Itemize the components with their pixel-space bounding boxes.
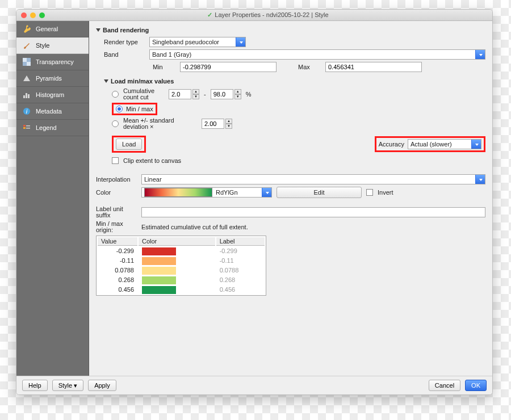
dialog-footer: Help Style ▾ Apply Cancel OK	[16, 376, 492, 394]
sidebar-item-label: General	[36, 26, 58, 32]
sidebar-item-label: Histogram	[36, 91, 64, 98]
sidebar: General Style Transparency Pyramids Hist…	[16, 21, 89, 376]
cell-color	[139, 266, 215, 275]
cum-high-input[interactable]	[211, 89, 233, 99]
cell-color	[139, 285, 215, 294]
color-ramp-name: RdYlGn	[216, 189, 238, 196]
info-icon: i	[22, 107, 31, 116]
gradient-icon	[144, 188, 212, 197]
stddev-label: Mean +/- standard deviation ×	[123, 117, 197, 130]
pyramid-icon	[22, 74, 31, 83]
radio-minmax[interactable]	[116, 106, 123, 112]
brush-icon	[22, 41, 31, 50]
cell-value: 0.456	[98, 285, 137, 294]
cell-value: -0.11	[98, 257, 137, 265]
col-value[interactable]: Value	[98, 237, 137, 246]
edit-button[interactable]: Edit	[277, 187, 362, 198]
disclosure-icon	[96, 28, 100, 32]
render-type-label: Render type	[104, 39, 145, 45]
col-color[interactable]: Color	[139, 237, 215, 246]
window-title: ✓Layer Properties - ndvi2005-10-22 | Sty…	[48, 11, 488, 19]
sidebar-item-metadata[interactable]: i Metadata	[16, 103, 89, 120]
table-row[interactable]: 0.2680.268	[98, 276, 265, 284]
table-row[interactable]: 0.4560.456	[98, 285, 265, 294]
svg-rect-8	[23, 125, 26, 127]
sidebar-item-legend[interactable]: Legend	[16, 120, 89, 136]
min-label: Min	[153, 64, 175, 70]
sidebar-item-pyramids[interactable]: Pyramids	[16, 70, 89, 87]
cell-label: -0.299	[216, 247, 265, 255]
cancel-button[interactable]: Cancel	[429, 380, 460, 391]
table-row[interactable]: -0.11-0.11	[98, 257, 265, 265]
max-label: Max	[298, 64, 321, 70]
interpolation-select[interactable]: Linear	[141, 174, 485, 184]
svg-rect-3	[23, 95, 25, 98]
sidebar-item-general[interactable]: General	[16, 21, 89, 37]
window-minimize-icon[interactable]	[30, 12, 36, 18]
apply-button[interactable]: Apply	[88, 380, 116, 391]
sidebar-item-histogram[interactable]: Histogram	[16, 87, 89, 103]
clip-extent-checkbox[interactable]	[112, 157, 119, 164]
sidebar-item-label: Legend	[36, 124, 57, 131]
interpolation-label: Interpolation	[96, 176, 137, 183]
svg-rect-5	[28, 94, 30, 98]
svg-rect-10	[26, 125, 30, 127]
table-row[interactable]: 0.07880.0788	[98, 266, 265, 275]
section-load-minmax[interactable]: Load min/max values	[104, 78, 485, 85]
max-input[interactable]	[325, 62, 422, 72]
label-unit-suffix-input[interactable]	[141, 207, 485, 217]
col-label[interactable]: Label	[216, 237, 265, 246]
spinner-buttons[interactable]: ▲▼	[225, 119, 232, 129]
load-button[interactable]: Load	[116, 138, 142, 150]
cell-label: 0.0788	[216, 266, 265, 275]
window-zoom-icon[interactable]	[39, 12, 45, 18]
cell-label: -0.11	[216, 257, 265, 265]
sidebar-item-transparency[interactable]: Transparency	[16, 54, 89, 70]
sidebar-item-label: Transparency	[36, 58, 74, 65]
cum-low-input[interactable]	[169, 89, 191, 99]
svg-rect-2	[27, 62, 31, 66]
radio-stddev[interactable]	[112, 120, 119, 127]
clip-extent-label: Clip extent to canvas	[123, 157, 181, 164]
ok-button[interactable]: OK	[465, 380, 487, 391]
checker-icon	[22, 57, 31, 66]
svg-rect-1	[23, 58, 27, 62]
section-band-rendering[interactable]: Band rendering	[96, 27, 485, 33]
percent-label: %	[246, 91, 252, 98]
cell-color	[139, 276, 215, 284]
titlebar: ✓Layer Properties - ndvi2005-10-22 | Sty…	[16, 10, 492, 21]
style-menu-button[interactable]: Style ▾	[52, 380, 84, 391]
table-row[interactable]: -0.299-0.299	[98, 247, 265, 255]
color-classes-table[interactable]: Value Color Label -0.299-0.299-0.11-0.11…	[96, 236, 266, 296]
section-title: Band rendering	[103, 27, 149, 33]
band-label: Band	[104, 51, 145, 58]
window-close-icon[interactable]	[21, 12, 27, 18]
min-input[interactable]	[180, 62, 277, 72]
color-ramp-select[interactable]: RdYlGn	[141, 187, 272, 198]
stddev-input[interactable]	[202, 119, 224, 129]
sidebar-item-label: Style	[36, 42, 49, 49]
section-title: Load min/max values	[111, 78, 174, 85]
spinner-buttons[interactable]: ▲▼	[192, 89, 199, 99]
cell-color	[139, 247, 215, 255]
highlight-minmax: Min / max	[112, 103, 157, 115]
band-select[interactable]: Band 1 (Gray)	[149, 49, 485, 60]
wrench-icon	[22, 24, 31, 33]
minmax-label: Min / max	[126, 106, 153, 112]
invert-label: Invert	[378, 189, 393, 196]
cell-value: 0.268	[98, 276, 137, 284]
render-type-select[interactable]: Singleband pseudocolor	[149, 37, 246, 47]
sidebar-item-label: Metadata	[36, 108, 62, 115]
sidebar-item-style[interactable]: Style	[16, 37, 89, 54]
label-unit-suffix-label: Label unit suffix	[96, 206, 137, 219]
help-button[interactable]: Help	[22, 380, 48, 391]
invert-checkbox[interactable]	[366, 189, 373, 196]
radio-cumulative[interactable]	[112, 91, 119, 98]
sidebar-item-label: Pyramids	[36, 75, 62, 82]
cell-value: 0.0788	[98, 266, 137, 275]
accuracy-select[interactable]: Actual (slower)	[408, 139, 481, 149]
histogram-icon	[22, 90, 31, 99]
cell-color	[139, 257, 215, 265]
spinner-buttons[interactable]: ▲▼	[234, 89, 241, 99]
minmax-origin-label: Min / max origin:	[96, 221, 137, 233]
